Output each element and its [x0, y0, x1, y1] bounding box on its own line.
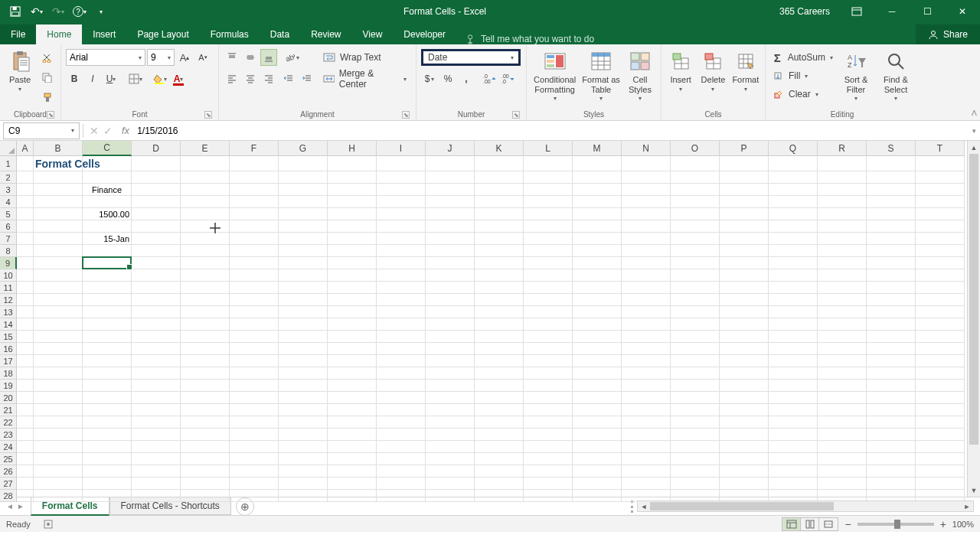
format-as-table-button[interactable]: Format as Table▾: [581, 46, 621, 102]
cell[interactable]: [720, 478, 769, 490]
cell[interactable]: [720, 380, 769, 392]
cell[interactable]: [34, 441, 83, 453]
cell[interactable]: [573, 282, 622, 294]
cell[interactable]: [181, 208, 230, 220]
sheet-nav-prev-icon[interactable]: ◄: [6, 502, 14, 510]
cell[interactable]: [720, 367, 769, 380]
cell[interactable]: [230, 343, 279, 355]
bold-button[interactable]: B: [66, 70, 83, 87]
cell[interactable]: [573, 380, 622, 392]
cell[interactable]: [573, 318, 622, 331]
cell[interactable]: [671, 367, 720, 380]
cell[interactable]: [524, 343, 573, 355]
cell[interactable]: [524, 220, 573, 233]
cell[interactable]: [867, 294, 916, 306]
cell[interactable]: [867, 478, 916, 490]
cell[interactable]: [475, 282, 524, 294]
cell[interactable]: [328, 306, 377, 318]
cell-styles-button[interactable]: Cell Styles▾: [624, 46, 656, 102]
cell[interactable]: [720, 318, 769, 331]
cell[interactable]: [377, 416, 426, 429]
row-header[interactable]: 19: [0, 380, 17, 392]
cell[interactable]: [622, 343, 671, 355]
cell[interactable]: [83, 392, 132, 404]
cell[interactable]: [818, 355, 867, 367]
cell[interactable]: [34, 318, 83, 331]
fx-icon[interactable]: fx: [119, 125, 132, 136]
cell[interactable]: [524, 208, 573, 220]
column-header[interactable]: L: [524, 141, 573, 156]
cell[interactable]: [475, 196, 524, 208]
cell[interactable]: [622, 257, 671, 269]
cell[interactable]: [426, 171, 475, 184]
cell[interactable]: [377, 392, 426, 404]
clipboard-dialog-icon[interactable]: ⬊: [47, 111, 54, 119]
cell[interactable]: [916, 196, 965, 208]
cell[interactable]: [671, 441, 720, 453]
align-left-icon[interactable]: [224, 70, 240, 87]
format-cells-button[interactable]: Format▾: [731, 46, 760, 93]
row-header[interactable]: 25: [0, 453, 17, 465]
cell[interactable]: [426, 294, 475, 306]
cell[interactable]: [671, 171, 720, 184]
cell[interactable]: [17, 441, 34, 453]
cell[interactable]: [916, 220, 965, 233]
cell[interactable]: [279, 380, 328, 392]
cell[interactable]: [17, 416, 34, 429]
cell[interactable]: [34, 208, 83, 220]
cell[interactable]: [769, 294, 818, 306]
cell[interactable]: [377, 184, 426, 196]
cell[interactable]: [818, 404, 867, 416]
cell[interactable]: [34, 416, 83, 429]
cell[interactable]: [671, 233, 720, 245]
cell[interactable]: [426, 367, 475, 380]
cell[interactable]: [279, 220, 328, 233]
cell[interactable]: [769, 441, 818, 453]
cell[interactable]: [671, 208, 720, 220]
cell[interactable]: [426, 208, 475, 220]
cell[interactable]: [916, 380, 965, 392]
name-box[interactable]: C9▾: [3, 122, 80, 139]
cell[interactable]: [867, 441, 916, 453]
cell[interactable]: [573, 416, 622, 429]
cell[interactable]: [17, 294, 34, 306]
cell[interactable]: [769, 196, 818, 208]
cell[interactable]: [377, 233, 426, 245]
redo-icon[interactable]: ↷▾: [49, 2, 67, 21]
cell[interactable]: [230, 392, 279, 404]
cell[interactable]: [573, 441, 622, 453]
cell[interactable]: [916, 429, 965, 441]
cell[interactable]: [720, 171, 769, 184]
cell[interactable]: [328, 404, 377, 416]
cell[interactable]: [818, 465, 867, 478]
cell[interactable]: [622, 294, 671, 306]
cell[interactable]: [279, 429, 328, 441]
cell[interactable]: [524, 392, 573, 404]
cell[interactable]: [524, 404, 573, 416]
cell[interactable]: [426, 257, 475, 269]
cell[interactable]: [230, 171, 279, 184]
cell[interactable]: [17, 282, 34, 294]
cell[interactable]: [230, 416, 279, 429]
cell[interactable]: [279, 453, 328, 465]
cell[interactable]: [524, 331, 573, 343]
cell[interactable]: [475, 490, 524, 502]
cell[interactable]: [83, 478, 132, 490]
tab-insert[interactable]: Insert: [82, 24, 126, 44]
column-header[interactable]: J: [426, 141, 475, 156]
zoom-in-button[interactable]: +: [940, 518, 946, 530]
tab-formulas[interactable]: Formulas: [200, 24, 260, 44]
autosum-button[interactable]: ΣAutoSum▾: [770, 49, 835, 66]
cell[interactable]: [720, 429, 769, 441]
save-icon[interactable]: [6, 2, 24, 21]
cell[interactable]: [573, 294, 622, 306]
cell[interactable]: [573, 257, 622, 269]
cell[interactable]: [671, 257, 720, 269]
cell[interactable]: [132, 404, 181, 416]
cell[interactable]: [34, 294, 83, 306]
cell[interactable]: [720, 245, 769, 257]
cell[interactable]: [867, 404, 916, 416]
cell[interactable]: [181, 355, 230, 367]
cell[interactable]: [181, 294, 230, 306]
cell[interactable]: [83, 367, 132, 380]
